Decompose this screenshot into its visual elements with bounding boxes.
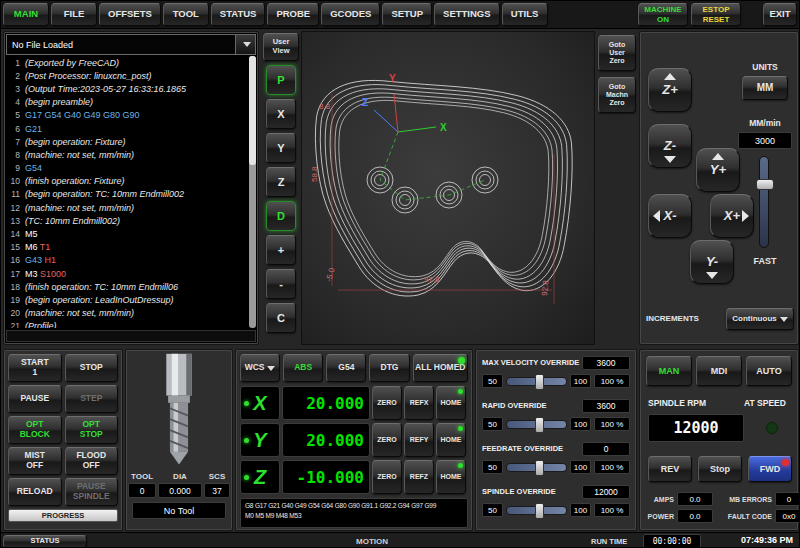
mdi-entry[interactable] xyxy=(6,330,256,342)
machine-on-button[interactable]: MACHINE ON xyxy=(638,3,688,26)
override-slider[interactable] xyxy=(506,506,567,515)
ref-x-button[interactable]: REFX xyxy=(404,386,434,420)
menu-item-main[interactable]: MAIN xyxy=(3,3,49,26)
transport-pause-button[interactable]: PAUSE xyxy=(8,385,62,413)
home-y-button[interactable]: HOME xyxy=(436,423,466,457)
transport-step-button[interactable]: STEP xyxy=(65,385,119,413)
override-slider[interactable] xyxy=(506,377,567,386)
ref-y-button[interactable]: REFY xyxy=(404,423,434,457)
jog-y-minus-button[interactable]: Y- xyxy=(690,240,734,284)
spindle-rev-button[interactable]: REV xyxy=(648,456,692,482)
jog-x-plus-button[interactable]: X+ xyxy=(710,194,754,238)
transport-mist-off-button[interactable]: MIST OFF xyxy=(8,447,62,475)
transport-stop-button[interactable]: STOP xyxy=(65,354,119,382)
override-slider-handle[interactable] xyxy=(535,374,544,390)
jog-y-plus-button[interactable]: Y+ xyxy=(696,148,740,192)
status-button[interactable]: STATUS xyxy=(3,535,87,548)
menu-item-gcodes[interactable]: GCODES xyxy=(321,3,380,26)
axis-select-y-button[interactable]: Y xyxy=(240,423,280,457)
spindle-stop-button[interactable]: Stop xyxy=(698,456,742,482)
view-btn--[interactable]: - xyxy=(266,269,296,299)
view-btn-x[interactable]: X xyxy=(266,99,296,129)
jog-rate-slider[interactable] xyxy=(759,156,769,248)
zero-x-button[interactable]: ZERO xyxy=(372,386,402,420)
jog-z-plus-button[interactable]: Z+ xyxy=(648,68,692,112)
jog-rate-slider-handle[interactable] xyxy=(756,179,774,190)
gcode-segment: (finish operation: Fixture) xyxy=(25,176,125,186)
transport-reload-button[interactable]: RELOAD xyxy=(8,478,62,506)
dim-bottom: 97.8 xyxy=(424,275,440,284)
jog-z-minus-button[interactable]: Z- xyxy=(648,124,692,168)
zero-y-button[interactable]: ZERO xyxy=(372,423,402,457)
dim-right: 92.8 xyxy=(540,279,550,296)
mode-mdi-button[interactable]: MDI xyxy=(696,356,742,386)
gcode-view[interactable]: 1(Exported by FreeCAD)2(Post Processor: … xyxy=(6,56,248,328)
gcode-line-number: 1 xyxy=(6,58,20,68)
exit-button[interactable]: EXIT xyxy=(763,3,797,26)
view-btn-c[interactable]: C xyxy=(266,303,296,333)
menu-item-settings[interactable]: SETTINGS xyxy=(434,3,500,26)
ref-z-button[interactable]: REFZ xyxy=(404,460,434,494)
gcode-line-text: G54 xyxy=(25,163,42,173)
axis-row-x: X20.000ZEROREFXHOME xyxy=(240,386,468,420)
menu-item-offsets[interactable]: OFFSETS xyxy=(99,3,161,26)
override-slider[interactable] xyxy=(506,463,567,472)
stat-value-amps: 0.0 xyxy=(677,492,713,506)
menu-item-utils[interactable]: UTILS xyxy=(502,3,548,26)
view-btn-d[interactable]: D xyxy=(266,201,296,231)
menu-item-probe[interactable]: PROBE xyxy=(267,3,319,26)
gcode-line-number: 5 xyxy=(6,110,20,120)
gcode-line-number: 19 xyxy=(6,295,20,305)
view-btn-+[interactable]: + xyxy=(266,235,296,265)
menu-item-tool[interactable]: TOOL xyxy=(163,3,209,26)
view-btn-user-view[interactable]: User View xyxy=(263,33,299,61)
transport-flood-off-button[interactable]: FLOOD OFF xyxy=(65,447,119,475)
file-selector-dropdown-button[interactable] xyxy=(236,34,256,55)
dro-dtg-button[interactable]: DTG xyxy=(369,354,409,382)
preview-svg[interactable]: X Y Z 8.8 58.8 97.8 -5.0 92.8 xyxy=(302,32,596,346)
spindle-fwd-button[interactable]: FWD xyxy=(748,456,792,482)
home-x-button[interactable]: HOME xyxy=(436,386,466,420)
axis-select-x-button[interactable]: X xyxy=(240,386,280,420)
override-slider-handle[interactable] xyxy=(535,460,544,476)
transport-start-1-button[interactable]: START 1 xyxy=(8,354,62,382)
transport-pause-spindle-button[interactable]: PAUSE SPINDLE xyxy=(65,478,119,506)
transport-opt-block-button[interactable]: OPT BLOCK xyxy=(8,416,62,444)
view-btn-z[interactable]: Z xyxy=(266,167,296,197)
menu-item-setup[interactable]: SETUP xyxy=(382,3,432,26)
mode-man-button[interactable]: MAN xyxy=(646,356,692,386)
mode-auto-button[interactable]: AUTO xyxy=(746,356,792,386)
dro-all-homed-button[interactable]: ALL HOMED xyxy=(413,354,468,382)
led-indicator xyxy=(458,463,463,468)
override-slider-handle[interactable] xyxy=(535,503,544,519)
gcode-scrollbar[interactable] xyxy=(249,56,256,328)
menu-item-file[interactable]: FILE xyxy=(51,3,97,26)
dim-left: 58.8 xyxy=(310,166,319,182)
gremlin-preview[interactable]: X Y Z 8.8 58.8 97.8 -5.0 92.8 xyxy=(301,31,595,345)
file-selector-value[interactable]: No File Loaded xyxy=(6,34,236,55)
zero-z-button[interactable]: ZERO xyxy=(372,460,402,494)
goto-button-goto-machn-zero[interactable]: Goto Machn Zero xyxy=(598,77,636,113)
gcode-scrollbar-thumb[interactable] xyxy=(249,56,256,165)
estop-reset-button[interactable]: ESTOP RESET xyxy=(691,3,741,26)
home-z-button[interactable]: HOME xyxy=(436,460,466,494)
increments-dropdown[interactable]: Continuous xyxy=(726,308,794,330)
dro-abs-button[interactable]: ABS xyxy=(283,354,323,382)
file-selector[interactable]: No File Loaded xyxy=(6,34,256,55)
view-btn-p[interactable]: P xyxy=(266,65,296,95)
gcode-line: 20(machine: not set, mm/min) xyxy=(6,307,248,320)
axis-select-z-button[interactable]: Z xyxy=(240,460,280,494)
gcode-line-text: (begin preamble) xyxy=(25,97,93,107)
goto-button-goto-user-zero[interactable]: Goto User Zero xyxy=(598,35,636,71)
override-slider[interactable] xyxy=(506,420,567,429)
units-button[interactable]: MM xyxy=(742,76,788,100)
view-btn-y[interactable]: Y xyxy=(266,133,296,163)
transport-opt-stop-button[interactable]: OPT STOP xyxy=(65,416,119,444)
dro-g54-button[interactable]: G54 xyxy=(326,354,366,382)
override-slider-handle[interactable] xyxy=(535,417,544,433)
gcode-line: 4(begin preamble) xyxy=(6,96,248,109)
menu-item-status[interactable]: STATUS xyxy=(211,3,266,26)
jog-x-minus-button[interactable]: X- xyxy=(648,194,692,238)
dro-wcs-button[interactable]: WCS xyxy=(240,354,280,382)
override-min: 50 xyxy=(482,374,503,388)
